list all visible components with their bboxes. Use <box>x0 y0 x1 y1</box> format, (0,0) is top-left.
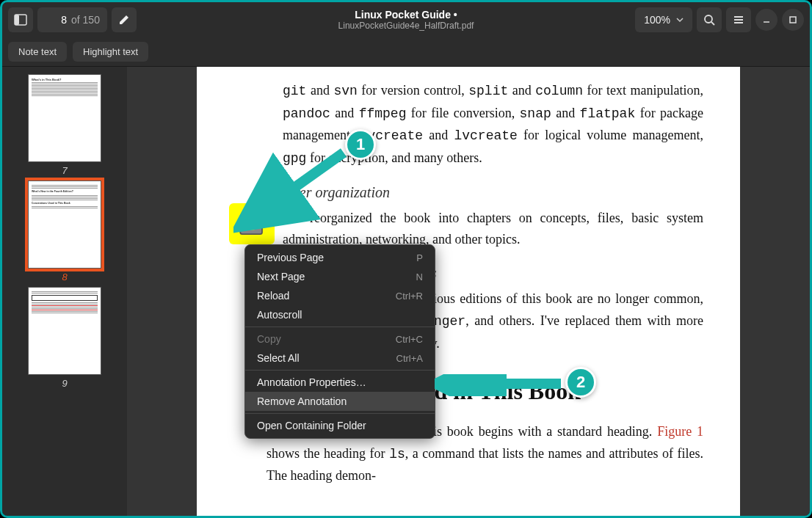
svg-point-2 <box>705 15 712 23</box>
thumbnail-image: What's New in the Fourth Edition? Conven… <box>28 180 101 269</box>
svg-rect-8 <box>790 17 796 23</box>
page-input[interactable] <box>45 14 67 26</box>
context-menu: Previous PageP Next PageN ReloadCtrl+R A… <box>244 244 435 439</box>
thumbnail-sidebar[interactable]: What's in This Book? 7 What's New in the… <box>2 67 127 516</box>
maximize-button[interactable] <box>782 9 804 31</box>
callout-arrow-2 <box>435 374 567 396</box>
thumbnail-page-9[interactable]: 9 <box>28 287 101 389</box>
hamburger-icon <box>733 14 744 26</box>
search-button[interactable] <box>697 7 722 32</box>
document-filename: LinuxPocketGuide4e_HalfDraft.pdf <box>338 21 474 31</box>
chevron-down-icon <box>676 16 684 23</box>
annotate-toggle-button[interactable] <box>112 7 137 32</box>
thumbnail-image <box>28 287 101 375</box>
note-text-button[interactable]: Note text <box>8 42 67 62</box>
menu-open-containing-folder[interactable]: Open Containing Folder <box>245 416 435 435</box>
menu-separator <box>245 327 435 327</box>
menu-autoscroll[interactable]: Autoscroll <box>245 305 435 324</box>
maximize-icon <box>789 15 797 24</box>
menu-reload[interactable]: ReloadCtrl+R <box>245 286 435 305</box>
menu-copy: CopyCtrl+C <box>245 329 435 349</box>
menu-previous-page[interactable]: Previous PageP <box>245 248 435 267</box>
document-viewer[interactable]: git and svn for version control, split a… <box>127 67 810 516</box>
panel-icon <box>14 13 27 26</box>
thumbnail-page-7[interactable]: What's in This Book? 7 <box>28 74 101 176</box>
callout-arrow-1 <box>233 145 351 233</box>
menu-separator <box>245 370 435 371</box>
callout-1: 1 <box>345 129 376 160</box>
highlight-text-button[interactable]: Highlight text <box>73 42 148 62</box>
thumbnail-label: 9 <box>62 378 67 389</box>
callout-2: 2 <box>565 367 596 398</box>
pencil-icon <box>118 14 130 26</box>
menu-remove-annotation[interactable]: Remove Annotation <box>245 392 435 411</box>
minimize-icon <box>762 15 771 24</box>
document-title: Linux Pocket Guide • <box>338 9 474 21</box>
hamburger-menu-button[interactable] <box>726 7 751 32</box>
menu-annotation-properties[interactable]: Annotation Properties… <box>245 373 435 392</box>
search-icon <box>703 14 715 26</box>
svg-rect-1 <box>15 15 19 25</box>
thumbnail-label: 7 <box>62 165 67 176</box>
svg-line-3 <box>711 22 714 25</box>
menu-next-page[interactable]: Next PageN <box>245 267 435 286</box>
menu-select-all[interactable]: Select AllCtrl+A <box>245 349 435 368</box>
thumbnail-image: What's in This Book? <box>28 74 101 162</box>
menu-separator <box>245 413 435 414</box>
minimize-button[interactable] <box>755 9 777 31</box>
zoom-dropdown[interactable]: 100% <box>635 7 692 32</box>
svg-line-13 <box>247 153 344 222</box>
page-total-label: of 150 <box>71 14 100 26</box>
thumbnail-label: 8 <box>62 271 67 282</box>
sidebar-toggle-button[interactable] <box>8 7 33 32</box>
zoom-value: 100% <box>644 14 670 26</box>
thumbnail-page-8[interactable]: What's New in the Fourth Edition? Conven… <box>28 180 101 282</box>
page-number-box[interactable]: of 150 <box>37 7 107 32</box>
